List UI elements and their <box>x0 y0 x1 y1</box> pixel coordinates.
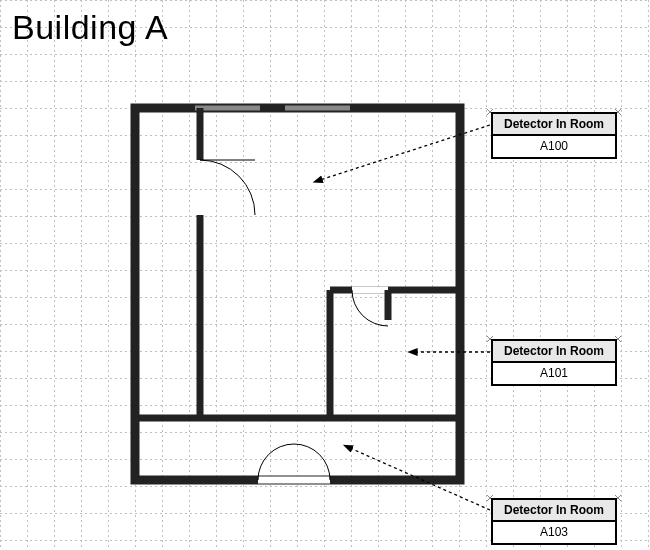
callout-a101[interactable]: Detector In Room A101 <box>491 339 617 386</box>
callout-grips <box>487 109 621 501</box>
callout-value: A103 <box>493 522 615 543</box>
callout-a103[interactable]: Detector In Room A103 <box>491 498 617 545</box>
callout-header: Detector In Room <box>493 114 615 136</box>
door-arcs <box>200 160 388 480</box>
inner-walls <box>135 108 460 480</box>
callout-value: A101 <box>493 363 615 384</box>
callout-a100[interactable]: Detector In Room A100 <box>491 112 617 159</box>
outer-walls <box>135 108 460 480</box>
callout-header: Detector In Room <box>493 500 615 522</box>
drawing-canvas: Building A <box>0 0 650 550</box>
callout-header: Detector In Room <box>493 341 615 363</box>
callout-value: A100 <box>493 136 615 157</box>
floor-plan <box>0 0 650 550</box>
